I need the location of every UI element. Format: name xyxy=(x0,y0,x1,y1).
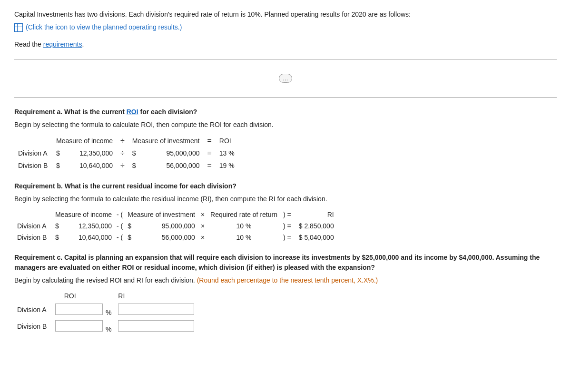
ri-result-a: $ 2,850,000 xyxy=(294,220,337,232)
roi-eq-header: = xyxy=(203,135,215,147)
revc-roi-input-cell-b: % xyxy=(52,318,113,335)
read-requirements-line: Read the requirements. xyxy=(14,39,557,49)
req-c-subtext-black: Begin by calculating the revised ROI and… xyxy=(14,276,195,284)
revc-roi-input-b[interactable] xyxy=(55,320,103,332)
revc-roi-pct-b: % xyxy=(106,325,111,333)
roi-eq-b: = xyxy=(203,159,215,172)
roi-invest-a: 95,000,000 xyxy=(144,147,204,159)
ri-rate-a: 10 % xyxy=(207,220,280,232)
section-divider xyxy=(14,59,557,59)
ri-row-b: Division B $ 10,640,000 - ( $ 56,000,000… xyxy=(14,232,337,243)
ri-row-a: Division A $ 12,350,000 - ( $ 95,000,000… xyxy=(14,220,337,232)
roi-result-b: 19 % xyxy=(216,159,244,172)
ri-x-b: × xyxy=(198,232,207,243)
roi-income-b: 10,640,000 xyxy=(66,159,117,172)
ri-x-a: × xyxy=(198,220,207,232)
roi-link[interactable]: ROI xyxy=(127,108,138,116)
grid-icon xyxy=(14,23,23,32)
req-b-bold: Requirement b. xyxy=(14,182,63,190)
ri-op1-b: - ( xyxy=(115,232,125,243)
roi-op1-header: ÷ xyxy=(117,135,128,147)
revc-ri-input-cell-b xyxy=(113,318,197,335)
ri-label-b: Division B xyxy=(14,232,52,243)
req-c-subtext-orange: (Round each percentage to the nearest te… xyxy=(195,276,378,284)
ri-paren-header: ) = xyxy=(280,209,294,220)
req-c-heading: Requirement c. Capital is planning an ex… xyxy=(14,253,557,273)
ri-header-row: Measure of income - ( Measure of investm… xyxy=(14,209,337,220)
roi-col-invest-header: Measure of investment xyxy=(128,135,204,147)
req-a-subtext: Begin by selecting the formula to calcul… xyxy=(14,120,557,130)
ri-paren-a: ) = xyxy=(280,220,294,232)
req-c-rest: Capital is planning an expansion that wi… xyxy=(14,254,540,271)
planned-results-link[interactable]: (Click the icon to view the planned oper… xyxy=(14,22,182,32)
icon-link-text: (Click the icon to view the planned oper… xyxy=(26,22,182,32)
req-b-rest: What is the current residual income for … xyxy=(63,182,236,190)
ri-label-a: Division A xyxy=(14,220,52,232)
roi-label-b: Division B xyxy=(14,159,52,172)
roi-op1-a: ÷ xyxy=(117,147,128,159)
intro-icon-line: (Click the icon to view the planned oper… xyxy=(14,22,557,35)
intro-line1: Capital Investments has two divisions. E… xyxy=(14,10,557,20)
expand-button[interactable]: ... xyxy=(279,74,293,83)
ri-op1-header: - ( xyxy=(115,209,125,220)
revc-label-b: Division B xyxy=(14,318,52,335)
req-c-bold: Requirement c. xyxy=(14,254,62,261)
ri-rate-b: 10 % xyxy=(207,232,280,243)
ri-result-b: $ 5,040,000 xyxy=(294,232,337,243)
revc-label-header xyxy=(14,290,52,302)
roi-row-a: Division A $ 12,350,000 ÷ $ 95,000,000 =… xyxy=(14,147,244,159)
roi-col-income-header: Measure of income xyxy=(52,135,117,147)
ri-x-header: × xyxy=(198,209,207,220)
roi-table: Measure of income ÷ Measure of investmen… xyxy=(14,135,244,172)
req-a-rest: What is the current xyxy=(62,108,127,116)
roi-header-row: Measure of income ÷ Measure of investmen… xyxy=(14,135,244,147)
requirements-link[interactable]: requirements xyxy=(43,40,82,48)
revc-table: ROI RI Division A % Division B % xyxy=(14,290,197,335)
read-label: Read the xyxy=(14,40,43,48)
ri-table: Measure of income - ( Measure of investm… xyxy=(14,209,337,243)
ri-dollar2-b: $ xyxy=(125,232,138,243)
ri-paren-b: ) = xyxy=(280,232,294,243)
ri-invest-b: 56,000,000 xyxy=(138,232,198,243)
revc-ri-input-b[interactable] xyxy=(118,320,194,332)
section-divider-2 xyxy=(14,97,557,98)
revc-ri-header: RI xyxy=(113,290,197,302)
roi-op1-b: ÷ xyxy=(117,159,128,172)
req-a-end: for each division? xyxy=(138,108,197,116)
roi-invest-b: 56,000,000 xyxy=(144,159,204,172)
req-a-heading: Requirement a. What is the current ROI f… xyxy=(14,107,557,117)
ri-dollar1-a: $ xyxy=(52,220,64,232)
roi-result-a: 13 % xyxy=(216,147,244,159)
revc-roi-input-a[interactable] xyxy=(55,304,103,315)
roi-dollar1-a: $ xyxy=(52,147,66,159)
roi-dollar2-a: $ xyxy=(128,147,144,159)
req-a-bold: Requirement a. xyxy=(14,108,62,116)
roi-eq-a: = xyxy=(203,147,215,159)
roi-income-a: 12,350,000 xyxy=(66,147,117,159)
revc-row-b: Division B % xyxy=(14,318,197,335)
ri-dollar1-b: $ xyxy=(52,232,64,243)
ri-income-b: 10,640,000 xyxy=(64,232,115,243)
req-c-subtext: Begin by calculating the revised ROI and… xyxy=(14,275,557,285)
ri-op1-a: - ( xyxy=(115,220,125,232)
revc-ri-input-cell-a xyxy=(113,302,197,318)
read-period: . xyxy=(82,40,84,48)
req-b-heading: Requirement b. What is the current resid… xyxy=(14,181,557,191)
revc-header-row: ROI RI xyxy=(14,290,197,302)
revc-roi-pct-a: % xyxy=(106,309,111,316)
req-b-subtext: Begin by selecting the formula to calcul… xyxy=(14,194,557,204)
revc-roi-header: ROI xyxy=(52,290,113,302)
roi-dollar1-b: $ xyxy=(52,159,66,172)
expand-row: ... xyxy=(14,69,557,88)
ri-col-rate-header: Required rate of return xyxy=(207,209,280,220)
revc-label-a: Division A xyxy=(14,302,52,318)
ri-income-a: 12,350,000 xyxy=(64,220,115,232)
ri-col-ri-header: RI xyxy=(294,209,337,220)
roi-col-roi-header: ROI xyxy=(216,135,244,147)
roi-dollar2-b: $ xyxy=(128,159,144,172)
ri-invest-a: 95,000,000 xyxy=(138,220,198,232)
roi-label-a: Division A xyxy=(14,147,52,159)
revc-ri-input-a[interactable] xyxy=(118,304,194,315)
ri-dollar2-a: $ xyxy=(125,220,138,232)
revc-row-a: Division A % xyxy=(14,302,197,318)
